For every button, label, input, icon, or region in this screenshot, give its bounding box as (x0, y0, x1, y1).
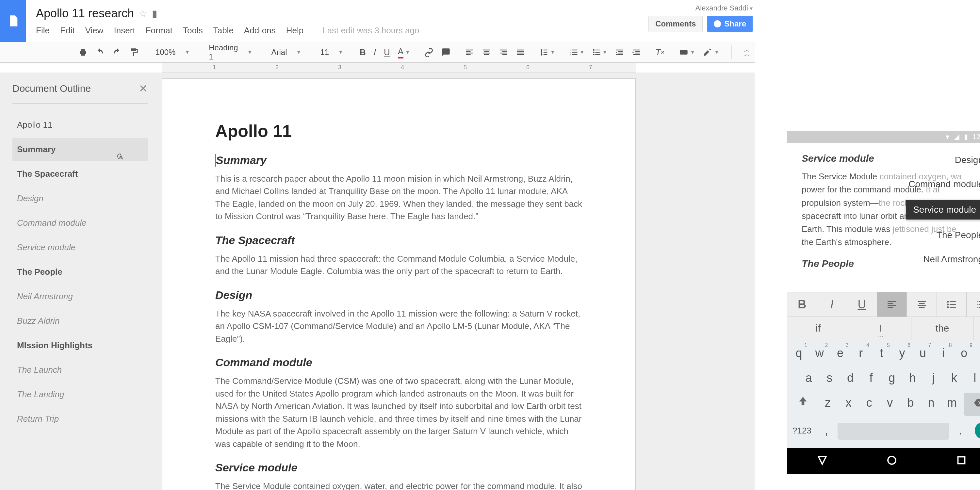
menu-file[interactable]: File (36, 25, 50, 36)
key-a[interactable]: a (799, 366, 819, 390)
key-o[interactable]: o9 (954, 342, 974, 364)
document-page[interactable]: Apollo 11SummaryThis is a research paper… (162, 78, 636, 490)
outline-item[interactable]: The Landing (13, 383, 148, 406)
key-i[interactable]: i8 (933, 342, 953, 364)
suggestion[interactable]: the (912, 317, 974, 340)
mobile-nav-item[interactable]: Design (955, 151, 980, 169)
key-w[interactable]: w2 (809, 342, 830, 364)
document-title[interactable]: Apollo 11 research (36, 6, 134, 20)
insert-comment-icon[interactable] (438, 46, 454, 59)
key-e[interactable]: e3 (830, 342, 850, 364)
suggestion[interactable]: I… (850, 317, 912, 340)
backspace-key[interactable] (964, 393, 980, 416)
user-name[interactable]: Alexandre Saddi (648, 4, 752, 13)
mobile-nav-item[interactable]: Neil Armstrong (923, 251, 980, 268)
font-size-select[interactable]: 11▼ (313, 46, 349, 59)
menu-insert[interactable]: Insert (114, 25, 135, 36)
menu-add-ons[interactable]: Add-ons (244, 25, 276, 36)
key-n[interactable]: n (921, 391, 942, 417)
increase-indent-icon[interactable] (628, 46, 645, 59)
outline-item[interactable]: Summary☟ (13, 138, 148, 161)
key-y[interactable]: y6 (892, 342, 912, 364)
outline-item[interactable]: Neil Armstrong (13, 285, 148, 308)
outline-item[interactable]: The Spacecraft (13, 162, 148, 186)
key-m[interactable]: m (942, 391, 962, 417)
redo-icon[interactable] (108, 46, 126, 59)
key-f[interactable]: f (861, 366, 882, 390)
key-l[interactable]: l (965, 366, 980, 390)
numbered-list-icon[interactable] (967, 293, 980, 317)
folder-icon[interactable]: ▮ (152, 8, 158, 19)
outline-item[interactable]: Design (13, 187, 148, 210)
undo-icon[interactable] (91, 46, 108, 59)
clear-formatting-icon[interactable]: T✕ (651, 46, 669, 59)
hide-menus-icon[interactable]: ︿︿ (740, 46, 754, 59)
bulleted-list-icon[interactable] (937, 293, 967, 317)
numbered-list-icon[interactable]: ▼ (565, 46, 588, 59)
back-icon[interactable] (816, 454, 828, 468)
key-c[interactable]: c (859, 391, 880, 417)
star-icon[interactable]: ☆ (138, 8, 147, 19)
align-right-icon[interactable] (495, 46, 512, 59)
outline-item[interactable]: The Launch (13, 358, 148, 382)
align-justify-icon[interactable] (512, 46, 529, 59)
align-center-icon[interactable] (478, 46, 495, 59)
zoom-select[interactable]: 100%▼ (149, 46, 196, 59)
docs-logo-icon[interactable] (0, 0, 26, 42)
mobile-nav-item[interactable]: Service module (906, 200, 980, 220)
outline-item[interactable]: The People (13, 260, 148, 283)
font-select[interactable]: Arial▼ (265, 46, 307, 59)
menu-edit[interactable]: Edit (60, 25, 75, 36)
bold-button[interactable]: B (787, 293, 817, 317)
close-icon[interactable]: ✕ (139, 82, 148, 95)
key-u[interactable]: u7 (912, 342, 933, 364)
suggestion[interactable]: if (787, 317, 850, 340)
comments-button[interactable]: Comments (648, 16, 703, 32)
home-icon[interactable] (886, 454, 898, 468)
outline-item[interactable]: Return Trip (13, 407, 148, 431)
paint-format-icon[interactable] (126, 46, 142, 59)
text-color-button[interactable]: A▼ (394, 46, 414, 59)
line-spacing-icon[interactable]: ▼ (535, 46, 559, 59)
editing-mode-icon[interactable]: ▼ (699, 46, 723, 59)
menu-table[interactable]: Table (213, 25, 234, 36)
key-j[interactable]: j (923, 366, 944, 390)
underline-button[interactable]: U (847, 293, 877, 317)
align-center-icon[interactable] (907, 293, 937, 317)
period-key[interactable]: . (949, 419, 972, 442)
key-x[interactable]: x (838, 391, 859, 417)
menu-format[interactable]: Format (146, 25, 172, 36)
bold-button[interactable]: B (356, 46, 370, 59)
insert-link-icon[interactable] (420, 46, 438, 59)
align-left-icon[interactable] (461, 46, 478, 59)
menu-view[interactable]: View (85, 25, 103, 36)
outline-item[interactable]: Apollo 11 (13, 113, 148, 137)
key-v[interactable]: v (880, 391, 900, 417)
key-p[interactable]: p0 (974, 342, 980, 364)
align-left-icon[interactable] (877, 293, 907, 317)
input-tools-icon[interactable]: ▼ (675, 46, 699, 59)
key-h[interactable]: h (902, 366, 923, 390)
italic-button[interactable]: I (370, 46, 380, 59)
key-b[interactable]: b (900, 391, 921, 417)
comma-key[interactable]: , (815, 419, 838, 442)
mic-icon[interactable]: ● (974, 317, 980, 340)
key-z[interactable]: z (818, 391, 838, 417)
recents-icon[interactable] (956, 454, 967, 468)
enter-key[interactable] (975, 422, 980, 439)
share-button[interactable]: Share (707, 16, 752, 32)
space-key[interactable] (838, 423, 949, 440)
key-d[interactable]: d (840, 366, 861, 390)
menu-help[interactable]: Help (286, 25, 304, 36)
key-s[interactable]: s (819, 366, 840, 390)
decrease-indent-icon[interactable] (611, 46, 628, 59)
key-q[interactable]: q1 (789, 342, 809, 364)
bulleted-list-icon[interactable]: ▼ (588, 46, 611, 59)
print-icon[interactable] (75, 46, 91, 59)
symbols-key[interactable]: ?123 (789, 421, 815, 440)
outline-item[interactable]: Buzz Aldrin (13, 309, 148, 332)
key-g[interactable]: g (881, 366, 902, 390)
outline-item[interactable]: MIssion Highlights (13, 334, 148, 357)
underline-button[interactable]: U (380, 46, 394, 59)
shift-key[interactable] (789, 391, 818, 417)
